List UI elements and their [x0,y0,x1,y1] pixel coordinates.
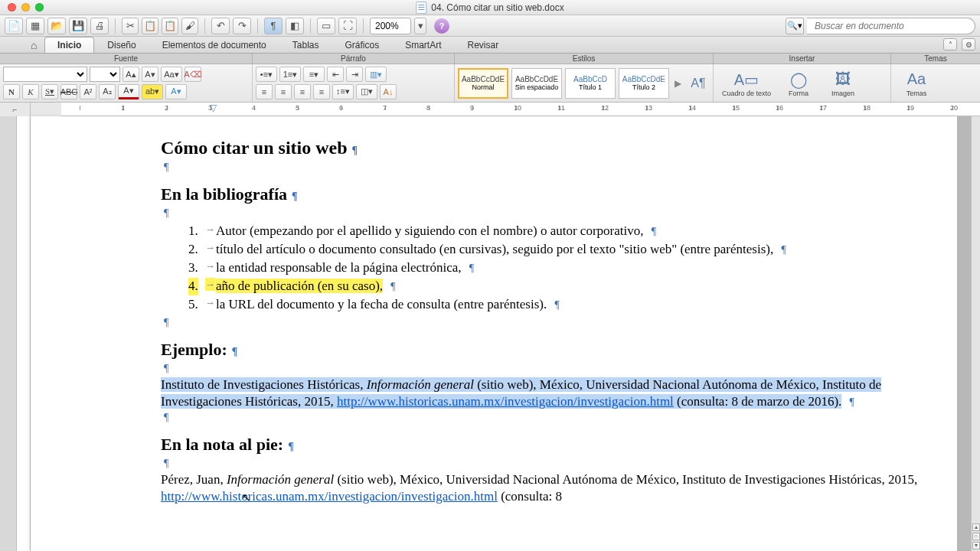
font-color-button[interactable]: A▾ [118,84,139,99]
superscript-button[interactable]: A² [80,84,96,99]
styles-pane-icon[interactable]: A¶ [688,73,709,93]
shading-button[interactable]: ◫▾ [356,84,377,99]
style-normal[interactable]: AaBbCcDdENormal [458,68,508,99]
style-sin-espaciado[interactable]: AaBbCcDdESin espaciado [511,68,562,99]
close-window-button[interactable] [8,3,16,11]
numbering-button[interactable]: 1≡▾ [279,67,301,82]
window-title: 04. Cómo citar un sitio web.docx [431,2,564,13]
pilcrow-button[interactable]: ¶ [264,18,283,34]
doc-heading-example: Ejemplo:¶ [161,340,920,360]
zoom-select[interactable]: 200% [370,18,411,34]
align-left-button[interactable]: ≡ [256,84,273,99]
tab-elementos[interactable]: Elementos de documento [149,37,279,53]
shrink-font-button[interactable]: A▾ [142,67,158,82]
doc-heading-footnote: En la nota al pie:¶ [161,435,920,455]
scroll-next-page-button[interactable]: ▾ [972,542,980,549]
font-family-select[interactable] [3,67,87,82]
tab-selector[interactable]: ⌐ [0,103,31,116]
change-case-button[interactable]: Aa▾ [161,67,182,82]
print-button[interactable]: 🖨 [90,18,109,34]
ribbon-tabs: ⌂ Inicio Diseño Elementos de documento T… [0,37,980,54]
pilcrow-mark: ¶ [164,161,920,174]
themes-group: AaTemas [891,64,980,102]
ribbon-options-button[interactable]: ⚙ [962,38,975,51]
window-titlebar: 04. Cómo citar un sitio web.docx [0,0,980,15]
strike-button[interactable]: ABC [60,84,77,99]
subscript-button[interactable]: A₂ [99,84,116,99]
vertical-scrollbar[interactable]: ▴ ○ ▾ [971,116,980,551]
styles-group: AaBbCcDdENormal AaBbCcDdESin espaciado A… [455,64,714,102]
align-center-button[interactable]: ≡ [275,84,292,99]
document-area: Cómo citar un sitio web¶ ¶ En la bibliog… [0,116,971,551]
justify-button[interactable]: ≡ [313,84,330,99]
indent-button[interactable]: ⇥ [346,67,363,82]
pilcrow-mark: ¶ [164,458,920,470]
copy-button[interactable]: 📋 [142,18,158,34]
undo-button[interactable]: ↶ [211,18,230,34]
zoom-dropdown[interactable]: ▾ [414,18,426,34]
format-painter-button[interactable]: 🖌 [181,18,198,34]
ribbon: A▴ A▾ Aa▾ A⌫ N K S▾ ABC A² A₂ A▾ ab▾ A▾ … [0,64,980,103]
insert-textbox-button[interactable]: A▭Cuadro de texto [720,70,773,97]
outdent-button[interactable]: ⇤ [327,67,344,82]
style-titulo1[interactable]: AaBbCcDTítulo 1 [565,68,616,99]
doc-heading-bib: En la bibliografía¶ [161,184,920,204]
footnote-paragraph: Pérez, Juan, Información general (sitio … [161,471,920,505]
left-margin [0,116,17,551]
highlight-button[interactable]: ab▾ [142,84,163,99]
save-button[interactable]: 💾 [69,18,87,34]
sidebar-button[interactable]: ◧ [286,18,304,34]
minimize-window-button[interactable] [21,3,30,11]
clear-format-button[interactable]: A⌫ [185,67,201,82]
tab-smartart[interactable]: SmartArt [392,37,454,53]
help-button[interactable]: ? [434,18,449,34]
themes-button[interactable]: AaTemas [897,70,936,97]
columns-button[interactable]: ▥▾ [365,67,387,82]
open-button[interactable]: 📂 [47,18,66,34]
cut-button[interactable]: ✂ [122,18,139,34]
bold-button[interactable]: N [3,84,20,99]
standard-toolbar: 📄 ▦ 📂 💾 🖨 ✂ 📋 📋 🖌 ↶ ↷ ¶ ◧ ▭ ⛶ 200% ▾ ? 🔍… [0,15,980,37]
vertical-ruler[interactable] [17,116,31,551]
paste-button[interactable]: 📋 [162,18,178,34]
tab-revisar[interactable]: Revisar [455,37,512,53]
new-doc-button[interactable]: 📄 [5,18,23,34]
bullets-button[interactable]: •≡▾ [256,67,277,82]
insert-image-button[interactable]: 🖼Imagen [824,70,862,97]
horizontal-ruler[interactable]: ▽ 12345678910111213141516171819202122 [61,103,980,116]
layout-button[interactable]: ▭ [317,18,335,34]
tab-tablas[interactable]: Tablas [279,37,332,53]
tab-inicio[interactable]: Inicio [44,37,94,53]
fullscreen-button[interactable]: ⛶ [338,18,357,34]
tab-graficos[interactable]: Gráficos [332,37,392,53]
insert-shape-button[interactable]: ◯Forma [779,70,818,97]
home-icon[interactable]: ⌂ [31,39,37,51]
scroll-browse-button[interactable]: ○ [972,533,980,540]
template-button[interactable]: ▦ [26,18,44,34]
redo-button[interactable]: ↷ [233,18,251,34]
scroll-prev-page-button[interactable]: ▴ [972,523,980,531]
pilcrow-mark: ¶ [164,207,920,220]
search-input[interactable] [807,18,975,34]
grow-font-button[interactable]: A▴ [122,67,139,82]
mouse-cursor: ↖ [242,491,251,504]
collapse-ribbon-button[interactable]: ˄ [943,38,957,51]
font-size-select[interactable] [90,67,120,82]
align-right-button[interactable]: ≡ [294,84,311,99]
text-effects-button[interactable]: A▾ [165,84,187,99]
doc-heading-title: Cómo citar un sitio web¶ [161,138,920,158]
styles-more-button[interactable]: ▶ [672,68,684,99]
document-page[interactable]: Cómo citar un sitio web¶ ¶ En la bibliog… [31,116,957,551]
italic-button[interactable]: K [22,84,39,99]
zoom-window-button[interactable] [35,3,44,11]
underline-button[interactable]: S▾ [41,84,58,99]
line-spacing-button[interactable]: ↕≡▾ [332,84,354,99]
paragraph-group: •≡▾ 1≡▾ ≡▾ ⇤ ⇥ ▥▾ ≡ ≡ ≡ ≡ ↕≡▾ ◫▾ A↓ [253,64,455,102]
multilevel-button[interactable]: ≡▾ [303,67,325,82]
sort-button[interactable]: A↓ [380,84,397,99]
tab-diseno[interactable]: Diseño [94,37,149,53]
font-group: A▴ A▾ Aa▾ A⌫ N K S▾ ABC A² A₂ A▾ ab▾ A▾ [0,64,253,102]
style-titulo2[interactable]: AaBbCcDdETítulo 2 [619,68,669,99]
search-icon[interactable]: 🔍▾ [786,18,804,34]
insert-group: A▭Cuadro de texto ◯Forma 🖼Imagen [714,64,891,102]
